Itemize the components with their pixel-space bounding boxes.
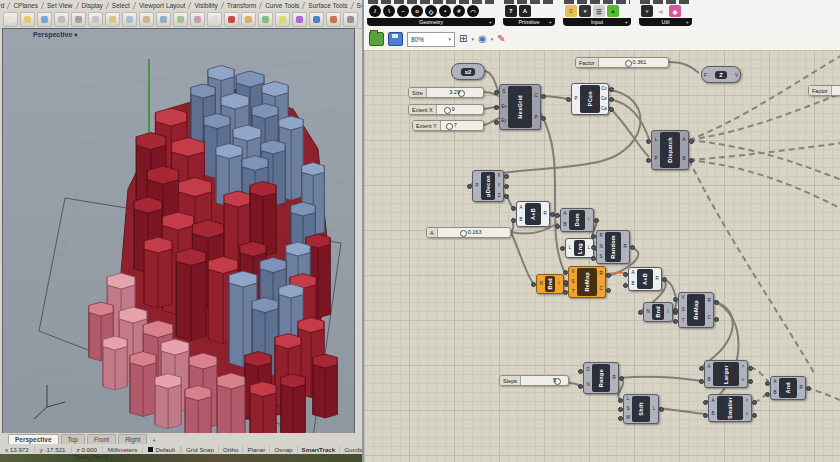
menu-tab-solid-tools[interactable]: Solid Tools <box>355 2 362 9</box>
output-port-a[interactable]: A <box>680 138 688 143</box>
output-port-p[interactable]: P <box>532 116 540 121</box>
output-port-c[interactable]: C <box>705 316 713 321</box>
hide-icon[interactable] <box>224 12 239 27</box>
status-layer[interactable]: Default <box>143 446 181 453</box>
input-port-p[interactable]: P <box>652 157 660 162</box>
port-v[interactable]: V <box>735 72 738 77</box>
input-port-b[interactable]: B <box>705 378 713 383</box>
input-port-l[interactable]: L <box>652 138 660 143</box>
slider-track[interactable]: 0.361 <box>599 58 668 67</box>
box-icon[interactable]: ▪ <box>439 5 451 17</box>
output-port-≥[interactable]: ≥ <box>739 378 747 383</box>
zoom-extents-icon[interactable]: ⊞ <box>459 33 467 45</box>
palette-group-label[interactable]: Util+ <box>639 18 692 26</box>
output-port-r[interactable]: R <box>653 277 661 282</box>
output-port->[interactable]: > <box>739 365 747 370</box>
status-pane-smarttrack[interactable]: SmartTrack <box>297 446 340 453</box>
output-port-b[interactable]: B <box>680 157 688 162</box>
palette-group-label[interactable]: Primitive+ <box>503 18 555 26</box>
palette-more-icon[interactable]: + <box>488 19 492 25</box>
plane-icon[interactable]: ◇ <box>425 5 437 17</box>
cluster-icon[interactable]: ◆ <box>669 5 681 17</box>
gh-slider-size[interactable]: Size3.29 <box>408 87 484 98</box>
undo-icon[interactable] <box>122 12 137 27</box>
menu-tab-curve-tools[interactable]: Curve Tools <box>263 2 301 9</box>
output-port-i[interactable]: I <box>585 218 593 223</box>
input-port-s[interactable]: S <box>500 90 508 95</box>
gh-slider-a[interactable]: A0.163 <box>426 227 511 238</box>
input-port-p[interactable]: P <box>473 184 481 189</box>
slider-track[interactable] <box>832 86 840 95</box>
output-port-z[interactable]: Z <box>495 194 503 199</box>
copy-icon[interactable] <box>88 12 103 27</box>
slider-track[interactable]: 9 <box>437 105 483 114</box>
viewport-tab-perspective[interactable]: Perspective <box>8 434 59 444</box>
cut-icon[interactable] <box>71 12 86 27</box>
gh-node-shift[interactable]: LSWShiftL <box>623 394 659 424</box>
input-port-t[interactable]: T <box>679 319 687 324</box>
input-port-a[interactable]: A <box>629 271 637 276</box>
output-port-cv[interactable]: Cv <box>600 87 608 92</box>
input-port-v[interactable]: V <box>679 296 687 301</box>
status-pane-ortho[interactable]: Ortho <box>218 446 242 453</box>
output-port-≤[interactable]: ≤ <box>743 412 751 417</box>
status-pane-osnap[interactable]: Osnap <box>269 446 296 453</box>
input-port-n[interactable]: N <box>644 310 652 315</box>
gh-slider-factor[interactable]: Factor <box>808 85 840 96</box>
slider-knob[interactable] <box>444 107 451 114</box>
output-port-r[interactable]: R <box>597 272 605 277</box>
output-port-r[interactable]: R <box>621 245 629 250</box>
integer-icon[interactable]: 7 <box>505 5 517 17</box>
input-port-a[interactable]: A <box>561 212 569 217</box>
input-port-a[interactable]: A <box>705 365 713 370</box>
paste-icon[interactable] <box>105 12 120 27</box>
input-port-s[interactable]: S <box>679 308 687 313</box>
viewport-canvas[interactable] <box>3 29 354 434</box>
tree-icon[interactable]: ʏ <box>641 5 653 17</box>
relay-icon[interactable]: ➩ <box>655 5 667 17</box>
gh-node-lng[interactable]: LLngL <box>565 238 594 258</box>
input-port-n[interactable]: N <box>537 282 545 287</box>
slider-knob[interactable] <box>446 123 453 130</box>
layer-icon[interactable] <box>309 12 324 27</box>
zoom-extents-icon[interactable] <box>207 12 222 27</box>
input-port-v[interactable]: V <box>569 270 577 275</box>
input-port-l[interactable]: L <box>624 397 632 402</box>
mesh-icon[interactable]: # <box>453 5 465 17</box>
menu-tab-select[interactable]: Select <box>110 2 132 9</box>
gh-node-bnd[interactable]: NBndI <box>536 274 564 294</box>
input-port-b[interactable]: B <box>517 218 525 223</box>
knob-icon[interactable]: ● <box>579 5 591 17</box>
input-port-a[interactable]: A <box>709 399 717 404</box>
zoom-icon[interactable] <box>173 12 188 27</box>
input-port-d[interactable]: D <box>584 368 592 373</box>
slider-knob[interactable] <box>460 230 467 237</box>
slider-track[interactable]: 7 <box>441 121 483 130</box>
new-viewport-tab-icon[interactable]: + <box>149 437 159 444</box>
input-port-l[interactable]: L <box>566 246 574 251</box>
status-pane-grid-snap[interactable]: Grid Snap <box>181 446 218 453</box>
material-icon[interactable] <box>326 12 341 27</box>
input-port-s[interactable]: S <box>569 280 577 285</box>
gh-node-pdecon[interactable]: PpDeconXYZ <box>472 170 504 202</box>
gh-node-bnd[interactable]: NBndI <box>643 302 673 322</box>
gh-node-dom[interactable]: ABDomI <box>560 208 594 232</box>
input-port-b[interactable]: B <box>709 412 717 417</box>
palette-more-icon[interactable]: + <box>685 19 689 25</box>
menu-tab-transform[interactable]: Transform <box>225 2 258 9</box>
input-port-t[interactable]: T <box>569 290 577 295</box>
status-pane-gumball[interactable]: Gumball <box>339 446 362 453</box>
output-port-c[interactable]: C <box>597 287 605 292</box>
output-port-i[interactable]: I <box>664 310 672 315</box>
gh-node-dispatch[interactable]: LPDispatchAB <box>651 130 689 170</box>
palette-more-icon[interactable]: + <box>548 19 552 25</box>
input-port-s[interactable]: S <box>597 255 605 260</box>
gh-node-a+b[interactable]: ABA+BR <box>628 267 662 291</box>
gh-node-remap[interactable]: VSTReMapRC <box>678 292 714 328</box>
gh-node-larger[interactable]: ABLarger>≥ <box>704 360 748 388</box>
rotate-icon[interactable] <box>241 12 256 27</box>
preview-icon[interactable]: ◉ <box>478 33 487 45</box>
color-wheel-icon[interactable] <box>292 12 307 27</box>
scale-icon[interactable] <box>258 12 273 27</box>
slider-track[interactable]: 0.163 <box>438 228 510 237</box>
